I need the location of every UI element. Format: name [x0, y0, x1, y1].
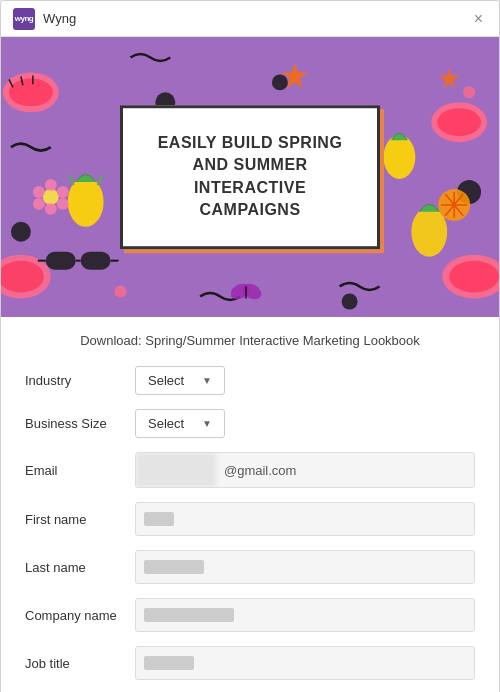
email-input-wrapper: @gmail.com: [135, 452, 475, 488]
svg-point-16: [43, 189, 59, 205]
main-window: wyng Wyng ×: [0, 0, 500, 692]
svg-line-13: [98, 175, 103, 185]
titlebar: wyng Wyng ×: [1, 1, 499, 37]
svg-rect-24: [81, 252, 111, 270]
app-logo: wyng: [13, 8, 35, 30]
svg-point-18: [57, 186, 69, 198]
form-row-industry: Industry Select ▼: [25, 366, 475, 395]
firstname-blur-block: [144, 512, 174, 526]
svg-point-21: [33, 198, 45, 210]
lastname-input-wrapper[interactable]: [135, 550, 475, 584]
svg-point-14: [383, 135, 415, 179]
control-jobtitle: [135, 646, 475, 680]
svg-point-8: [449, 261, 499, 293]
svg-line-12: [69, 175, 74, 185]
svg-point-1: [9, 78, 53, 106]
lastname-blur-block: [144, 560, 204, 574]
jobtitle-input-wrapper[interactable]: [135, 646, 475, 680]
company-input-wrapper[interactable]: [135, 598, 475, 632]
form-subtitle: Download: Spring/Summer Interactive Mark…: [25, 333, 475, 348]
control-email: @gmail.com: [135, 452, 475, 488]
select-business-size[interactable]: Select ▼: [135, 409, 225, 438]
hero-banner: EASILY BUILD SPRING AND SUMMER INTERACTI…: [1, 37, 499, 317]
control-lastname: [135, 550, 475, 584]
svg-point-34: [342, 294, 358, 310]
svg-point-37: [115, 286, 127, 298]
label-business-size: Business Size: [25, 416, 135, 431]
control-firstname: [135, 502, 475, 536]
svg-point-36: [463, 86, 475, 98]
chevron-down-icon: ▼: [202, 418, 212, 429]
label-industry: Industry: [25, 373, 135, 388]
svg-point-31: [272, 74, 288, 90]
svg-point-19: [57, 198, 69, 210]
email-prefix-blur: [136, 453, 216, 487]
window-title: Wyng: [43, 11, 470, 26]
logo-text: wyng: [15, 14, 33, 23]
email-suffix: @gmail.com: [216, 463, 304, 478]
form-row-business-size: Business Size Select ▼: [25, 409, 475, 438]
company-blur-block: [144, 608, 234, 622]
control-company: [135, 598, 475, 632]
svg-point-17: [45, 179, 57, 191]
close-button[interactable]: ×: [470, 8, 487, 30]
hero-card-text: EASILY BUILD SPRING AND SUMMER INTERACTI…: [158, 134, 343, 218]
firstname-input-wrapper[interactable]: [135, 502, 475, 536]
svg-point-22: [33, 186, 45, 198]
label-lastname: Last name: [25, 560, 135, 575]
hero-card: EASILY BUILD SPRING AND SUMMER INTERACTI…: [120, 105, 380, 249]
svg-point-20: [45, 203, 57, 215]
label-firstname: First name: [25, 512, 135, 527]
chevron-down-icon: ▼: [202, 375, 212, 386]
label-jobtitle: Job title: [25, 656, 135, 671]
label-company: Company name: [25, 608, 135, 623]
jobtitle-blur-block: [144, 656, 194, 670]
svg-point-6: [437, 108, 481, 136]
form-row-company: Company name: [25, 598, 475, 632]
control-business-size: Select ▼: [135, 409, 475, 438]
form-row-email: Email @gmail.com: [25, 452, 475, 488]
form-section: Download: Spring/Summer Interactive Mark…: [1, 317, 499, 692]
svg-marker-29: [439, 67, 459, 88]
svg-point-33: [11, 222, 31, 242]
label-email: Email: [25, 463, 135, 478]
form-row-jobtitle: Job title: [25, 646, 475, 680]
select-industry[interactable]: Select ▼: [135, 366, 225, 395]
form-row-firstname: First name: [25, 502, 475, 536]
sunglasses-deco: [38, 252, 119, 270]
form-row-lastname: Last name: [25, 550, 475, 584]
svg-rect-23: [46, 252, 76, 270]
control-industry: Select ▼: [135, 366, 475, 395]
